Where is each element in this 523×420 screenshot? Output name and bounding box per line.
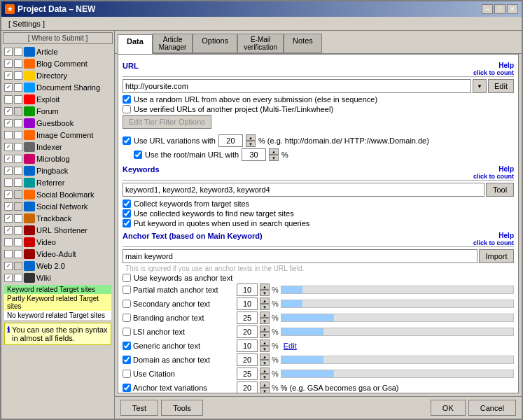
sidebar-cb1-pingback[interactable] xyxy=(4,167,13,175)
sidebar-item-microblog[interactable]: Microblog xyxy=(3,153,113,164)
sidebar-item-image-comment[interactable]: Image Comment xyxy=(3,129,113,141)
sidebar-cb2-indexer[interactable] xyxy=(14,143,22,151)
spin-down[interactable]: ▼ xyxy=(260,290,270,296)
sidebar-cb2-guestbook[interactable] xyxy=(14,119,22,127)
url-click-to-count[interactable]: click to count xyxy=(473,69,514,76)
sidebar-item-url-shortener[interactable]: URL Shortener xyxy=(3,224,113,236)
anchor-cb-1[interactable] xyxy=(123,300,131,308)
anchor-cb-3[interactable] xyxy=(123,328,131,336)
root-url-down[interactable]: ▼ xyxy=(269,155,279,161)
sidebar-cb1-article[interactable] xyxy=(4,48,13,56)
spin-up[interactable]: ▲ xyxy=(260,354,270,360)
sidebar-item-referrer[interactable]: Referrer xyxy=(3,176,113,188)
sidebar-cb2-blog-comment[interactable] xyxy=(14,59,22,68)
sidebar-cb1-indexer[interactable] xyxy=(4,143,13,151)
sidebar-item-indexer[interactable]: Indexer xyxy=(3,141,113,153)
cb-quotes[interactable] xyxy=(123,219,131,227)
anchor-cb-4[interactable] xyxy=(123,342,131,350)
filter-btn[interactable]: Edit Tier Filter Options xyxy=(123,115,211,129)
root-url-value[interactable] xyxy=(242,148,266,161)
anchor-cb-5[interactable] xyxy=(123,356,131,364)
sidebar-cb2-social-bookmark[interactable] xyxy=(14,190,22,199)
sidebar-item-video[interactable]: Video xyxy=(3,236,113,248)
cancel-btn[interactable]: Cancel xyxy=(468,400,516,416)
anchor-num-7[interactable] xyxy=(237,382,258,393)
minimize-button[interactable]: ─ xyxy=(482,4,493,14)
url-variations-value[interactable] xyxy=(218,134,243,147)
sidebar-cb2-trackback[interactable] xyxy=(14,214,22,223)
anchor-num-6[interactable] xyxy=(237,368,258,380)
cb-collect-keywords[interactable] xyxy=(123,200,131,208)
sidebar-item-document-sharing[interactable]: Document Sharing xyxy=(3,81,113,93)
sidebar-cb2-social-network[interactable] xyxy=(14,202,22,211)
sidebar-cb2-wiki[interactable] xyxy=(14,274,22,282)
sidebar-cb1-directory[interactable] xyxy=(4,71,13,80)
cb-collected-keywords[interactable] xyxy=(123,209,131,218)
sidebar-cb2-video-adult[interactable] xyxy=(14,250,22,258)
sidebar-cb1-url-shortener[interactable] xyxy=(4,226,13,234)
sidebar-item-web20[interactable]: Web 2.0 xyxy=(3,260,113,272)
sidebar-cb2-microblog[interactable] xyxy=(14,155,22,163)
anchor-cb-2[interactable] xyxy=(123,314,131,322)
spin-up[interactable]: ▲ xyxy=(260,340,270,346)
sidebar-item-pingback[interactable]: Pingback xyxy=(3,164,113,176)
sidebar-cb2-referrer[interactable] xyxy=(14,178,22,187)
sidebar-item-article[interactable]: Article xyxy=(3,46,113,57)
spin-down[interactable]: ▼ xyxy=(260,360,270,366)
close-button[interactable]: ✕ xyxy=(507,4,518,14)
keywords-input[interactable] xyxy=(123,183,484,197)
sidebar-item-directory[interactable]: Directory xyxy=(3,69,113,81)
spin-up[interactable]: ▲ xyxy=(260,382,270,388)
url-input[interactable] xyxy=(123,79,471,93)
sidebar-cb1-forum[interactable] xyxy=(4,107,13,115)
sidebar-item-guestbook[interactable]: Guestbook xyxy=(3,117,113,129)
sidebar-cb1-exploit[interactable] xyxy=(4,95,13,104)
url-dropdown-btn[interactable]: ▼ xyxy=(473,79,487,93)
cb-root-url[interactable] xyxy=(134,150,142,159)
spin-down[interactable]: ▼ xyxy=(260,332,270,338)
settings-menu[interactable]: [ Settings ] xyxy=(4,19,49,29)
sidebar-cb1-document-sharing[interactable] xyxy=(4,83,13,92)
sidebar-cb1-social-network[interactable] xyxy=(4,202,13,211)
test-btn[interactable]: Test xyxy=(120,400,158,416)
url-variations-spinner[interactable]: ▲ ▼ xyxy=(246,134,256,147)
spin-down[interactable]: ▼ xyxy=(260,388,270,393)
anchor-edit-link-4[interactable]: Edit xyxy=(284,342,297,350)
sidebar-cb1-microblog[interactable] xyxy=(4,155,13,163)
cb-use-keywords-anchor[interactable] xyxy=(123,274,131,282)
sidebar-cb1-web20[interactable] xyxy=(4,262,13,270)
root-url-up[interactable]: ▲ xyxy=(269,148,279,155)
tab-data[interactable]: Data xyxy=(118,34,153,54)
sidebar-cb1-guestbook[interactable] xyxy=(4,119,13,127)
url-variations-up[interactable]: ▲ xyxy=(246,134,256,141)
anchor-cb-0[interactable] xyxy=(123,286,131,294)
url-help-link[interactable]: Help xyxy=(498,62,514,69)
url-variations-down[interactable]: ▼ xyxy=(246,141,256,147)
spin-up[interactable]: ▲ xyxy=(260,284,270,290)
anchor-cb-6[interactable] xyxy=(123,370,131,378)
sidebar-item-exploit[interactable]: Exploit xyxy=(3,93,113,105)
anchor-num-2[interactable] xyxy=(237,312,258,324)
sidebar-cb1-trackback[interactable] xyxy=(4,214,13,223)
spin-up[interactable]: ▲ xyxy=(260,298,270,304)
anchor-help-link[interactable]: Help xyxy=(498,232,514,239)
tab-email-verification[interactable]: E-Mailverification xyxy=(237,34,284,53)
sidebar-item-social-network[interactable]: Social Network xyxy=(3,200,113,212)
sidebar-cb2-forum[interactable] xyxy=(14,107,22,115)
spin-down[interactable]: ▼ xyxy=(260,304,270,310)
spin-up[interactable]: ▲ xyxy=(260,326,270,332)
sidebar-cb1-video-adult[interactable] xyxy=(4,250,13,258)
sidebar-item-video-adult[interactable]: Video-Adult xyxy=(3,248,113,260)
spin-down[interactable]: ▼ xyxy=(260,374,270,380)
sidebar-cb1-video[interactable] xyxy=(4,238,13,246)
sidebar-item-trackback[interactable]: Trackback xyxy=(3,212,113,224)
cb-random-url[interactable] xyxy=(123,95,131,104)
sidebar-cb2-image-comment[interactable] xyxy=(14,131,22,139)
keywords-click-to-count[interactable]: click to count xyxy=(473,173,514,180)
sidebar-cb2-video[interactable] xyxy=(14,238,22,246)
anchor-import-btn[interactable]: Import xyxy=(479,249,514,263)
anchor-cb-7[interactable] xyxy=(123,384,131,392)
sidebar-cb1-image-comment[interactable] xyxy=(4,131,13,139)
tab-options[interactable]: Options xyxy=(193,34,237,53)
spin-down[interactable]: ▼ xyxy=(260,318,270,324)
